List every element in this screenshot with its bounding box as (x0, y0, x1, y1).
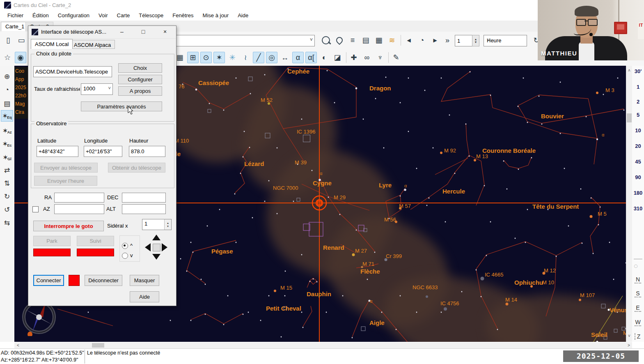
chevron-down-icon[interactable]: ˅ (310, 37, 313, 43)
advanced-settings-button[interactable]: Paramètres avancés (81, 101, 162, 111)
fov-310-button[interactable]: 310 (632, 205, 644, 214)
menu-aide[interactable]: Aide (234, 11, 252, 20)
rotate-ccw-button[interactable]: ↺ (1, 204, 13, 215)
move-chart-button[interactable]: ✚ (348, 52, 360, 63)
close-button[interactable]: × (157, 26, 173, 38)
lock-chart-button[interactable]: ♆ (374, 52, 386, 63)
fov-30min-button[interactable]: 30' (632, 68, 644, 76)
scroll-left-icon[interactable]: ˂ (17, 343, 19, 348)
rate-down-radio[interactable] (122, 253, 128, 259)
slew-stop-button[interactable] (153, 244, 160, 251)
track-button[interactable]: Suivi (77, 236, 114, 246)
dialog-title-bar[interactable]: Interface de télescope AS... – □ × (28, 26, 176, 39)
spinner-arrows[interactable]: ▲▼ (164, 219, 171, 230)
favorites-button[interactable]: ☆ (2, 52, 13, 63)
link-charts-button[interactable]: ∞ (361, 52, 373, 63)
rate-up-radio[interactable] (122, 243, 128, 249)
maximize-button[interactable]: □ (135, 26, 151, 38)
spinner-up-icon[interactable]: ▲ (474, 38, 477, 41)
help-button[interactable]: Aide (130, 291, 159, 302)
az-alt-checkbox[interactable] (32, 206, 39, 212)
coord-equatorial-button[interactable]: ✶Eq (1, 110, 13, 122)
measure-button[interactable]: ↔ (279, 52, 291, 63)
scroll-right-icon[interactable]: ˃ (628, 343, 630, 348)
full-sky-icon[interactable]: ◌ (634, 262, 638, 270)
deepsky-toggle-button[interactable]: ◎ (266, 52, 277, 63)
slew-west-button[interactable] (162, 243, 167, 251)
solar-system-button[interactable]: ⊕ (1, 71, 13, 82)
lines-toggle-button[interactable]: ╱ (253, 52, 264, 63)
vertical-scroll-thumb[interactable] (627, 113, 632, 122)
dec-field[interactable] (122, 193, 166, 203)
longitude-field[interactable] (84, 146, 122, 157)
vertical-scrollbar[interactable]: ˄ ˅ (626, 66, 633, 342)
menu-edition[interactable]: Édition (28, 11, 53, 20)
rotate-cw-button[interactable]: ↻ (1, 191, 13, 202)
fov-1-button[interactable]: 1 (632, 84, 644, 92)
coord-azimuthal-button[interactable]: ✶Az (1, 125, 13, 136)
time-unit-dropdown[interactable]: Heure ˅ (484, 35, 527, 46)
new-chart-button[interactable]: ▯ (2, 35, 14, 46)
compass-toggle-button[interactable]: ⊙ (200, 52, 212, 63)
az-field[interactable] (54, 204, 104, 214)
object-list-button[interactable]: ≡ (347, 35, 358, 46)
send-time-button[interactable]: Envoyer l'heure (34, 176, 97, 186)
park-button[interactable]: Park (33, 236, 71, 246)
ra-field[interactable] (54, 193, 104, 203)
greek-labels-button[interactable]: α (292, 52, 304, 63)
flip-vertical-button[interactable]: ⇅ (1, 177, 13, 189)
time-dialog-button[interactable]: ◔ (1, 84, 13, 96)
time-forward-button[interactable]: ▶ (429, 35, 441, 46)
night-vision-button[interactable]: ◉ (15, 52, 26, 63)
abort-goto-button[interactable]: Interrompre le goto (33, 221, 104, 231)
fov-90-button[interactable]: 90 (632, 174, 644, 182)
driver-name-field[interactable] (33, 66, 112, 77)
flip-horizontal-button[interactable]: ⇄ (1, 164, 13, 176)
time-step-input[interactable] (456, 36, 472, 45)
detail-list-button[interactable]: ▤ (360, 35, 371, 46)
configure-driver-button[interactable]: Configurer (118, 75, 162, 84)
slew-north-button[interactable] (152, 235, 160, 240)
coord-galactic-button[interactable]: ✶Gl (1, 152, 13, 163)
hide-button[interactable]: Masquer (130, 275, 159, 286)
search-button[interactable] (320, 35, 332, 46)
fov-20-button[interactable]: 20 (632, 143, 644, 151)
minimize-button[interactable]: – (114, 26, 130, 38)
horizontal-scrollbar[interactable]: ˂ ˃ (14, 342, 632, 348)
scroll-down-icon[interactable]: ˅ (628, 334, 630, 338)
info-panel-button[interactable]: ▤ (1, 98, 13, 109)
alt-field[interactable] (122, 204, 166, 214)
nebula-toggle-button[interactable]: ✳ (227, 52, 238, 63)
twilight-toggle-button[interactable]: ◐ (319, 52, 330, 63)
menu-carte[interactable]: Carte (113, 11, 134, 20)
menu-telescope[interactable]: Télescope (135, 11, 167, 20)
refresh-rate-dropdown[interactable]: 1000 ˅ (81, 83, 113, 95)
get-from-telescope-button[interactable]: Obtenir du télescope (108, 163, 165, 173)
equatorial-grid-button[interactable]: ⊞ (187, 52, 199, 63)
look-north-button[interactable]: N (635, 276, 641, 283)
fov-10-button[interactable]: 10 (632, 127, 644, 136)
look-east-button[interactable]: E (635, 304, 641, 312)
open-button[interactable]: ▭ (16, 35, 27, 46)
sidereal-spinner[interactable]: 1 ▲▼ (142, 219, 172, 230)
time-step-spinner[interactable]: ▲ ▼ (472, 35, 479, 46)
choose-driver-button[interactable]: Choix (118, 63, 162, 73)
scroll-up-icon[interactable]: ˄ (628, 68, 630, 73)
menu-voir[interactable]: Voir (94, 11, 112, 20)
spinner-up-icon[interactable]: ▲ (167, 222, 169, 224)
fov-2-button[interactable]: 2 (632, 99, 644, 107)
send-to-telescope-button[interactable]: Envoyer au télescope (34, 163, 98, 173)
slew-south-button[interactable] (152, 254, 160, 260)
coord-ecliptic-button[interactable]: ✶Ec (1, 138, 13, 150)
tab-ascom-alpaca[interactable]: ASCOM Alpaca (70, 40, 115, 49)
swap-view-button[interactable]: ⇆ (1, 217, 13, 228)
menu-fenetres[interactable]: Fenêtres (168, 11, 197, 20)
connect-button[interactable]: Connecter (33, 275, 64, 286)
spinner-down-icon[interactable]: ▼ (474, 41, 477, 44)
fov-5-button[interactable]: 5 (632, 112, 644, 120)
look-zenith-button[interactable]: Z (635, 333, 642, 340)
tab-carte-1[interactable]: Carte_1 (1, 22, 29, 31)
fov-45-button[interactable]: 45 (632, 159, 644, 167)
position-button[interactable] (334, 35, 345, 46)
altitude-field[interactable] (129, 146, 165, 157)
